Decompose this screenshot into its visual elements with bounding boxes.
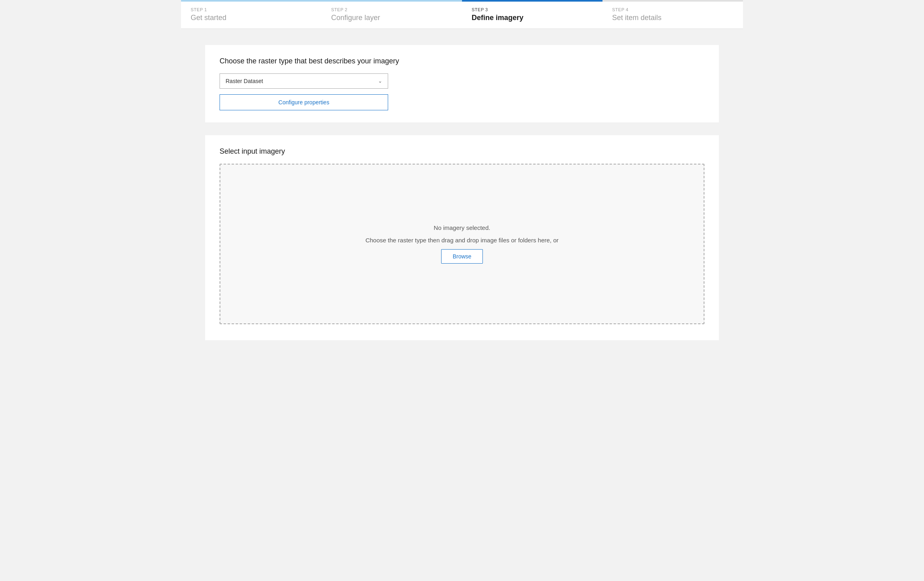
step-2-title: Configure layer — [331, 14, 452, 22]
drop-zone[interactable]: No imagery selected. Choose the raster t… — [220, 164, 704, 324]
step-3[interactable]: STEP 3 Define imagery — [462, 0, 602, 28]
no-imagery-text: No imagery selected. — [434, 224, 490, 231]
raster-type-dropdown[interactable]: Raster Dataset ⌄ — [220, 73, 388, 89]
step-3-label: STEP 3 — [472, 7, 593, 12]
raster-section-title: Choose the raster type that best describ… — [220, 57, 704, 65]
imagery-section: Select input imagery No imagery selected… — [205, 135, 719, 340]
browse-button[interactable]: Browse — [441, 249, 483, 264]
step-2-progress-bar — [322, 0, 462, 2]
step-4-progress-bar — [602, 0, 743, 2]
drag-drop-text: Choose the raster type then drag and dro… — [365, 237, 558, 244]
step-3-progress-bar — [462, 0, 602, 2]
chevron-down-icon: ⌄ — [378, 78, 382, 84]
section-divider — [205, 129, 719, 135]
step-4-title: Set item details — [612, 14, 733, 22]
steps-container: STEP 1 Get started STEP 2 Configure laye… — [181, 0, 743, 28]
raster-type-section: Choose the raster type that best describ… — [205, 45, 719, 122]
step-1[interactable]: STEP 1 Get started — [181, 0, 322, 28]
step-4-label: STEP 4 — [612, 7, 733, 12]
step-4[interactable]: STEP 4 Set item details — [602, 0, 743, 28]
step-1-progress-bar — [181, 0, 322, 2]
raster-type-dropdown-container: Raster Dataset ⌄ — [220, 73, 704, 89]
wizard-header: STEP 1 Get started STEP 2 Configure laye… — [181, 0, 743, 29]
configure-properties-button[interactable]: Configure properties — [220, 94, 388, 110]
raster-type-dropdown-value: Raster Dataset — [226, 78, 263, 84]
step-2[interactable]: STEP 2 Configure layer — [322, 0, 462, 28]
main-content: Choose the raster type that best describ… — [181, 29, 743, 356]
step-2-label: STEP 2 — [331, 7, 452, 12]
imagery-section-title: Select input imagery — [220, 147, 704, 156]
page-container: STEP 1 Get started STEP 2 Configure laye… — [181, 0, 743, 356]
step-1-label: STEP 1 — [191, 7, 312, 12]
step-3-title: Define imagery — [472, 14, 593, 22]
step-1-title: Get started — [191, 14, 312, 22]
